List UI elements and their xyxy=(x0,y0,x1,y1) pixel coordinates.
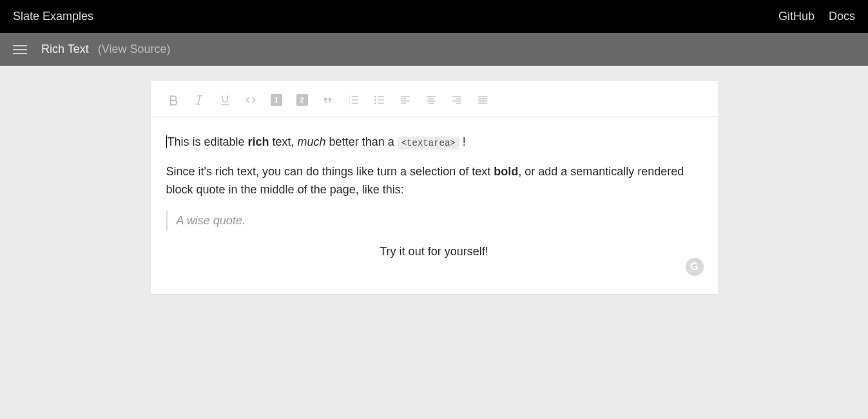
code-text[interactable]: <textarea> xyxy=(398,137,459,150)
heading-one-label: 1 xyxy=(271,94,282,106)
editable-content[interactable]: This is editable rich text, much better … xyxy=(151,117,718,294)
align-right-icon[interactable] xyxy=(450,93,464,107)
italic-text[interactable]: much xyxy=(298,135,326,148)
heading-two-label: 2 xyxy=(296,94,308,106)
bold-icon[interactable] xyxy=(166,93,180,107)
brand-title: Slate Examples xyxy=(13,10,93,23)
code-icon[interactable] xyxy=(244,93,258,107)
text-span[interactable]: better than a xyxy=(326,135,398,148)
svg-point-4 xyxy=(374,99,376,101)
align-justify-icon[interactable] xyxy=(476,93,490,107)
svg-text:3: 3 xyxy=(348,101,350,105)
view-source-link[interactable]: (View Source) xyxy=(98,43,171,56)
topbar: Slate Examples GitHub Docs xyxy=(0,0,868,33)
numbered-list-icon[interactable]: 123 xyxy=(347,93,361,107)
github-link[interactable]: GitHub xyxy=(778,10,815,23)
toolbar: 1 2 123 xyxy=(151,81,718,117)
underline-icon[interactable] xyxy=(218,93,232,107)
heading-one-icon[interactable]: 1 xyxy=(269,93,284,107)
example-title: Rich Text xyxy=(41,43,89,56)
docs-link[interactable]: Docs xyxy=(829,10,855,23)
text-span[interactable]: Since it's rich text, you can do things … xyxy=(166,165,494,178)
grammarly-letter: G xyxy=(690,259,698,275)
blockquote-icon[interactable] xyxy=(321,93,335,107)
align-center-icon[interactable] xyxy=(424,93,438,107)
topbar-links: GitHub Docs xyxy=(778,10,855,23)
grammarly-icon[interactable]: G xyxy=(686,258,704,276)
blockquote[interactable]: A wise quote. xyxy=(166,211,702,231)
heading-two-icon[interactable]: 2 xyxy=(295,93,309,107)
page-body: 1 2 123 xyxy=(0,66,868,309)
text-span[interactable]: text, xyxy=(269,135,298,148)
paragraph[interactable]: This is editable rich text, much better … xyxy=(166,133,702,151)
subbar: Rich Text (View Source) xyxy=(0,33,868,66)
svg-point-3 xyxy=(374,96,376,98)
bulleted-list-icon[interactable] xyxy=(372,93,387,107)
paragraph-centered[interactable]: Try it out for yourself! xyxy=(166,243,702,261)
text-span[interactable]: Try it out for yourself! xyxy=(380,245,488,258)
paragraph[interactable]: Since it's rich text, you can do things … xyxy=(166,163,702,199)
bold-text[interactable]: bold xyxy=(494,165,518,178)
quote-text[interactable]: A wise quote. xyxy=(177,214,246,227)
svg-point-5 xyxy=(374,102,376,104)
align-left-icon[interactable] xyxy=(398,93,412,107)
text-span[interactable]: This is editable xyxy=(166,135,248,148)
menu-icon[interactable] xyxy=(13,43,27,57)
text-span[interactable]: ! xyxy=(459,135,466,148)
editor-card: 1 2 123 xyxy=(151,81,718,294)
italic-icon[interactable] xyxy=(192,93,206,107)
bold-text[interactable]: rich xyxy=(248,135,269,148)
